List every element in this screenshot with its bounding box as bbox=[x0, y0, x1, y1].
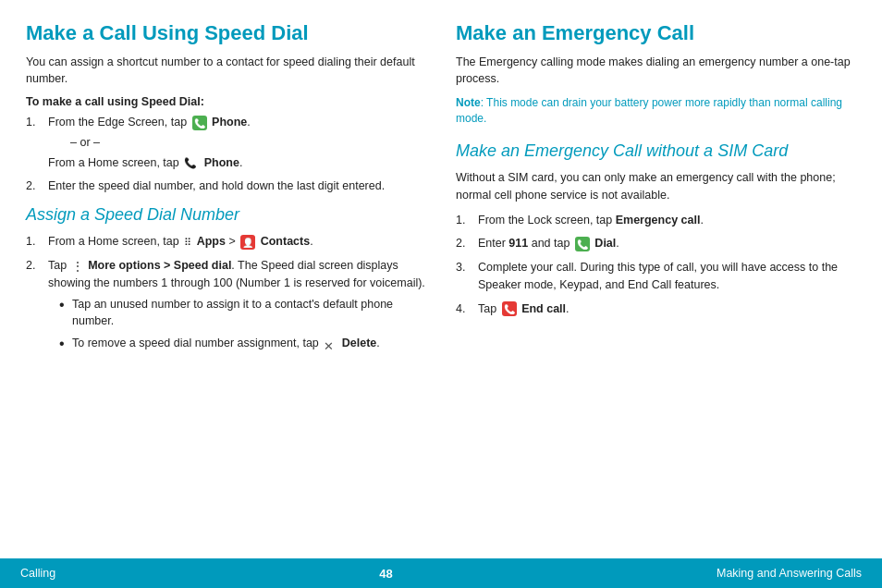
left-column: Make a Call Using Speed Dial You can ass… bbox=[26, 20, 426, 545]
assign-steps: 1. From a Home screen, tap ⠿ Apps > Cont… bbox=[26, 233, 426, 357]
section-assign-speed-dial: Assign a Speed Dial Number 1. From a Hom… bbox=[26, 204, 426, 357]
section-title-speed-dial-call: Make a Call Using Speed Dial bbox=[26, 20, 426, 46]
emergency-step-num-1: 1. bbox=[456, 212, 471, 229]
footer: Calling 48 Making and Answering Calls bbox=[0, 558, 882, 588]
emergency-step-4: 4. Tap End call. bbox=[456, 300, 856, 318]
section-title-assign-speed-dial: Assign a Speed Dial Number bbox=[26, 204, 426, 226]
step-num-1: 1. bbox=[26, 114, 41, 131]
emergency-step-2-content: Enter 911 and tap Dial. bbox=[478, 235, 619, 252]
emergency-step-3-content: Complete your call. During this type of … bbox=[478, 259, 856, 294]
assign-step-2: 2. Tap ⋮ More options > Speed dial. The … bbox=[26, 257, 426, 357]
footer-right: Making and Answering Calls bbox=[717, 567, 862, 580]
assign-step-1-content: From a Home screen, tap ⠿ Apps > Contact… bbox=[48, 233, 313, 251]
assign-step-2-content: Tap ⋮ More options > Speed dial. The Spe… bbox=[48, 257, 426, 357]
emergency-intro: The Emergency calling mode makes dialing… bbox=[456, 54, 856, 89]
bullet-1: • Tap an unused number to assign it to a… bbox=[59, 296, 426, 331]
delete-label: Delete bbox=[342, 337, 377, 349]
bullet-2-text: To remove a speed dial number assignment… bbox=[72, 335, 380, 352]
section-emergency-call: Make an Emergency Call The Emergency cal… bbox=[456, 20, 856, 128]
note-label: Note bbox=[456, 96, 481, 109]
emergency-call-label: Emergency call bbox=[616, 214, 701, 227]
step-2: 2. Enter the speed dial number, and hold… bbox=[26, 178, 426, 195]
options-icon: ⋮ bbox=[72, 258, 83, 275]
911-label: 911 bbox=[508, 237, 528, 250]
more-options-label: More options > Speed dial bbox=[88, 259, 231, 272]
x-icon: ✕ bbox=[324, 337, 337, 350]
bullet-dot-2: • bbox=[59, 335, 67, 352]
speed-dial-bold-label: To make a call using Speed Dial: bbox=[26, 95, 426, 108]
note-body: : This mode can drain your battery power… bbox=[456, 96, 842, 125]
footer-page-number: 48 bbox=[379, 567, 392, 581]
speed-dial-intro: You can assign a shortcut number to a co… bbox=[26, 54, 426, 89]
apps-icon: ⠿ bbox=[184, 235, 191, 251]
assign-step-1: 1. From a Home screen, tap ⠿ Apps > Cont… bbox=[26, 233, 426, 251]
emergency-step-1: 1. From the Lock screen, tap Emergency c… bbox=[456, 212, 856, 229]
emergency-step-num-2: 2. bbox=[456, 235, 471, 252]
phone-green-icon-1 bbox=[192, 116, 207, 130]
emergency-step-num-4: 4. bbox=[456, 300, 471, 318]
assign-step-num-2: 2. bbox=[26, 257, 41, 275]
contacts-label: Contacts bbox=[261, 235, 310, 248]
page: Make a Call Using Speed Dial You can ass… bbox=[0, 0, 882, 588]
bullet-dot-1: • bbox=[59, 296, 67, 313]
emergency-no-sim-intro: Without a SIM card, you can only make an… bbox=[456, 169, 856, 204]
bullet-1-text: Tap an unused number to assign it to a c… bbox=[72, 296, 426, 331]
emergency-step-1-content: From the Lock screen, tap Emergency call… bbox=[478, 212, 704, 229]
emergency-step-3: 3. Complete your call. During this type … bbox=[456, 259, 856, 294]
footer-left: Calling bbox=[20, 567, 55, 580]
bullet-2: • To remove a speed dial number assignme… bbox=[59, 335, 426, 352]
contacts-icon bbox=[240, 235, 255, 250]
content-area: Make a Call Using Speed Dial You can ass… bbox=[0, 0, 882, 558]
step-1-content: From the Edge Screen, tap Phone. – or – … bbox=[48, 114, 251, 171]
step-2-content: Enter the speed dial number, and hold do… bbox=[48, 178, 385, 195]
end-call-label: End call bbox=[521, 302, 566, 315]
section-emergency-no-sim: Make an Emergency Call without a SIM Car… bbox=[456, 141, 856, 318]
phone-label-1: Phone bbox=[212, 116, 247, 129]
right-column: Make an Emergency Call The Emergency cal… bbox=[456, 20, 856, 545]
section-title-emergency: Make an Emergency Call bbox=[456, 20, 856, 46]
section-speed-dial-call: Make a Call Using Speed Dial You can ass… bbox=[26, 20, 426, 195]
note-text: Note: This mode can drain your battery p… bbox=[456, 95, 856, 128]
apps-label: Apps bbox=[197, 235, 226, 248]
bullet-list: • Tap an unused number to assign it to a… bbox=[48, 296, 426, 353]
emergency-step-4-content: Tap End call. bbox=[478, 300, 570, 318]
emergency-step-num-3: 3. bbox=[456, 259, 471, 276]
or-line: – or – bbox=[70, 134, 251, 152]
endcall-red-icon bbox=[502, 301, 517, 316]
step-num-2: 2. bbox=[26, 178, 41, 195]
phone-gray-icon bbox=[184, 155, 199, 170]
speed-dial-steps: 1. From the Edge Screen, tap Phone. – or… bbox=[26, 114, 426, 195]
dial-label: Dial bbox=[594, 237, 616, 250]
phone-label-2: Phone bbox=[204, 156, 239, 169]
emergency-step-2: 2. Enter 911 and tap Dial. bbox=[456, 235, 856, 252]
emergency-steps: 1. From the Lock screen, tap Emergency c… bbox=[456, 212, 856, 318]
step-1: 1. From the Edge Screen, tap Phone. – or… bbox=[26, 114, 426, 171]
section-title-emergency-no-sim: Make an Emergency Call without a SIM Car… bbox=[456, 141, 856, 162]
assign-step-num-1: 1. bbox=[26, 233, 41, 251]
dial-green-icon bbox=[575, 237, 590, 251]
